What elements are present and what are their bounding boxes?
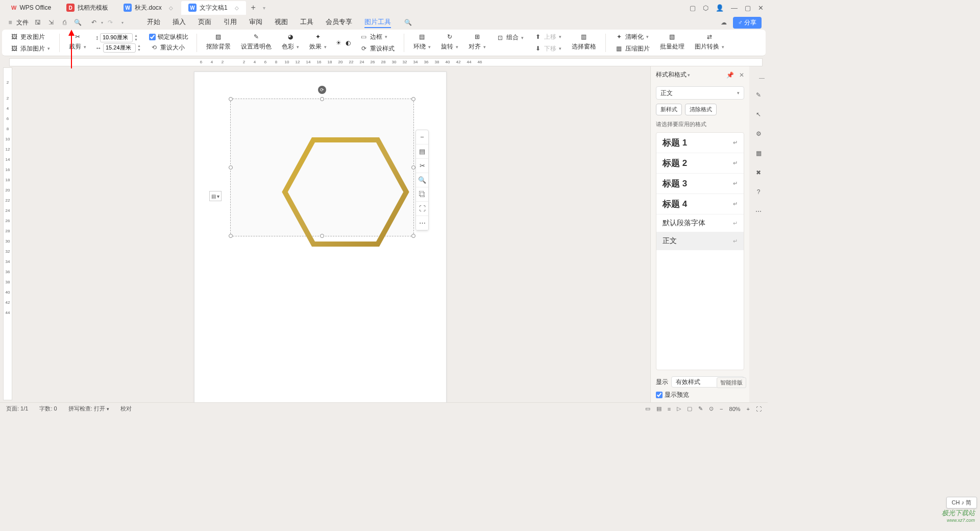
cube-icon[interactable]: ⬡ (703, 4, 708, 12)
remove-bg-button[interactable]: 抠除背景 (205, 41, 232, 52)
settings-icon[interactable]: ⚙ (753, 129, 764, 139)
color-button[interactable]: 色彩▾ (281, 41, 300, 52)
compress-button[interactable]: ▦压缩图片 (614, 43, 651, 54)
search-icon[interactable]: 🔍 (404, 19, 412, 26)
zoom-fit-icon[interactable]: ⊙ (709, 405, 714, 412)
menu-picture-tools[interactable]: 图片工具 (364, 17, 391, 28)
tab-doc-1[interactable]: W 秋天.docx ◇ (116, 1, 180, 15)
wrap-indicator[interactable]: ▤ ▾ (209, 191, 222, 201)
menu-view[interactable]: 视图 (275, 17, 288, 28)
menu-review[interactable]: 审阅 (249, 17, 262, 28)
undo-dropdown-icon[interactable]: ▾ (101, 20, 103, 25)
style-item[interactable]: 默认段落字体↵ (656, 214, 744, 232)
group-button[interactable]: ⊡组合▾ (495, 32, 525, 43)
rotate-handle[interactable]: ⟳ (318, 86, 326, 94)
view-mode-6-icon[interactable]: ✎ (698, 405, 703, 412)
resize-handle-nw[interactable] (229, 97, 233, 101)
height-input[interactable]: ↕ ▲▼ (95, 33, 141, 42)
more-icon[interactable]: ⋯ (753, 206, 764, 216)
new-tab-button[interactable]: + (247, 1, 260, 14)
resize-handle-n[interactable] (320, 97, 324, 101)
clarity-button[interactable]: ✦清晰化▾ (614, 32, 651, 42)
save-icon[interactable]: 🖫 (34, 18, 42, 27)
align-button[interactable]: 对齐▾ (468, 41, 487, 52)
float-tool-zoom[interactable]: 🔍 (416, 173, 428, 187)
border-button[interactable]: ▭边框▾ (359, 32, 396, 42)
qat-dropdown-icon[interactable]: ▾ (121, 20, 124, 25)
reset-style-button[interactable]: ⟳重设样式 (359, 43, 396, 54)
resize-handle-ne[interactable] (411, 97, 415, 101)
lock-ratio-checkbox[interactable]: 锁定纵横比 (149, 33, 188, 41)
contrast-icon[interactable]: ◐ (346, 39, 351, 46)
share-button[interactable]: ♂ 分享 (733, 17, 762, 29)
close-panel-icon[interactable]: ✕ (739, 71, 744, 79)
menu-tools[interactable]: 工具 (300, 17, 313, 28)
smart-layout-button[interactable]: 智能排版 (717, 377, 746, 388)
close-icon[interactable]: ✕ (758, 4, 764, 12)
tab-doc-2[interactable]: W 文字文稿1 ◇ (181, 1, 246, 15)
current-style-select[interactable]: 正文 ▾ (656, 86, 744, 100)
cloud-icon[interactable]: ☁ (720, 18, 728, 27)
crop-button[interactable]: 裁剪▾ (68, 41, 87, 52)
rotate-button[interactable]: 旋转▾ (440, 41, 459, 52)
resize-handle-sw[interactable] (229, 234, 233, 238)
status-spellcheck[interactable]: 拼写检查: 打开 ▾ (68, 405, 109, 413)
print-preview-icon[interactable]: 🔍 (74, 18, 82, 27)
resize-handle-e[interactable] (411, 165, 415, 170)
width-input[interactable]: ↔ ▲▼ (95, 43, 141, 53)
menu-page[interactable]: 页面 (198, 17, 211, 28)
reset-size-button[interactable]: ⟲重设大小 (149, 42, 188, 53)
redo-icon[interactable]: ↷ (106, 18, 114, 27)
style-item[interactable]: 标题 4↵ (656, 194, 744, 214)
tools-icon[interactable]: ✖ (753, 167, 764, 178)
float-tool-copy[interactable]: ⿻ (416, 187, 428, 202)
float-tool-more[interactable]: ⋯ (416, 216, 428, 230)
batch-button[interactable]: 批量处理 (659, 41, 685, 52)
show-preview-checkbox[interactable]: 显示预览 (656, 391, 744, 399)
spin-up-icon[interactable]: ▲ (134, 34, 138, 38)
add-image-button[interactable]: 🖼添加图片▾ (9, 43, 51, 54)
status-page[interactable]: 页面: 1/1 (6, 405, 28, 413)
window-tile-icon[interactable]: ▢ (690, 4, 696, 12)
style-item[interactable]: 标题 3↵ (656, 174, 744, 194)
export-icon[interactable]: ⇲ (47, 18, 55, 27)
resize-handle-se[interactable] (411, 234, 415, 238)
new-style-button[interactable]: 新样式 (656, 104, 682, 115)
avatar-icon[interactable]: 👤 (716, 4, 724, 12)
view-mode-4-icon[interactable]: ▷ (677, 405, 681, 412)
effect-button[interactable]: 效果▾ (308, 41, 328, 52)
float-tool-minus[interactable]: − (416, 130, 428, 144)
style-item[interactable]: 标题 1↵ (656, 133, 744, 153)
selection-pane-button[interactable]: 选择窗格 (571, 41, 597, 52)
spin-down-icon[interactable]: ▼ (134, 38, 138, 42)
float-tool-crop[interactable]: ✂ (416, 159, 428, 173)
tab-wps-home[interactable]: W WPS Office (4, 2, 58, 14)
brightness-icon[interactable]: ☀ (336, 39, 341, 46)
chevron-down-icon[interactable]: ▾ (688, 73, 690, 78)
print-icon[interactable]: ⎙ (60, 18, 68, 27)
style-item[interactable]: 正文↵ (656, 232, 744, 250)
minimize-icon[interactable]: — (731, 4, 738, 12)
change-image-button[interactable]: 🖼更改图片 (9, 32, 51, 42)
page-icon[interactable]: ▦ (753, 148, 764, 158)
panel-minimize-icon[interactable]: — (759, 75, 765, 81)
status-words[interactable]: 字数: 0 (39, 405, 57, 413)
set-transparent-button[interactable]: 设置透明色 (240, 41, 273, 52)
format-brush-icon[interactable]: ✎ (753, 90, 764, 100)
select-icon[interactable]: ↖ (753, 109, 764, 119)
clear-format-button[interactable]: 清除格式 (685, 104, 717, 115)
spin-up-icon[interactable]: ▲ (137, 44, 141, 48)
canvas[interactable]: ⟳ (12, 66, 650, 402)
file-menu[interactable]: ≡ 文件 (6, 18, 29, 27)
wrap-button[interactable]: 环绕▾ (412, 41, 432, 52)
tab-template[interactable]: D 找稻壳模板 (59, 1, 115, 15)
status-proof[interactable]: 校对 (120, 405, 132, 413)
style-item[interactable]: 标题 2↵ (656, 153, 744, 174)
image-selection[interactable]: ⟳ (230, 99, 414, 236)
float-tool-layout[interactable]: ▤ (416, 144, 428, 159)
zoom-in-icon[interactable]: + (747, 406, 750, 412)
float-tool-expand[interactable]: ⛶ (416, 202, 428, 216)
zoom-out-icon[interactable]: − (720, 406, 723, 412)
view-mode-5-icon[interactable]: ▢ (687, 405, 692, 412)
pin-icon[interactable]: 📌 (726, 71, 734, 79)
